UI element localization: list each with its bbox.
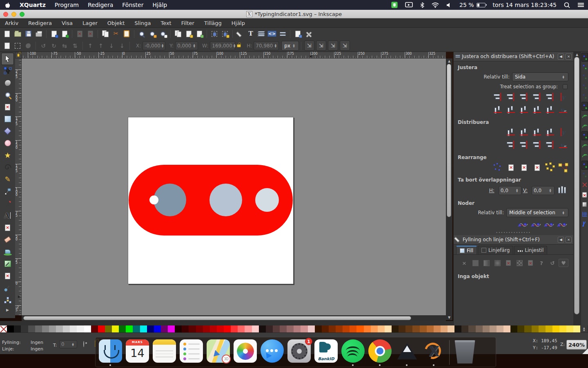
tab-linjefärg[interactable]: Linjefärg (478, 246, 513, 254)
palette-swatch[interactable] (510, 325, 517, 332)
exchange-clicked-button[interactable]: × (531, 162, 543, 173)
align-right-edges-button[interactable] (531, 92, 543, 103)
spotlight-icon[interactable] (564, 2, 570, 8)
typing-dot-1[interactable] (154, 184, 186, 216)
palette-swatch[interactable] (322, 325, 329, 332)
zoom-window-button[interactable] (20, 12, 24, 17)
undo-button[interactable]: × (75, 29, 85, 39)
fill-stroke-dialog-button[interactable] (235, 29, 245, 39)
palette-swatch[interactable] (294, 325, 301, 332)
zoom-tool[interactable] (1, 89, 14, 101)
wifi-icon[interactable] (432, 2, 439, 8)
palette-swatch[interactable] (448, 325, 454, 332)
volume-icon[interactable] (446, 2, 452, 8)
text-dialog-button[interactable]: T (246, 29, 256, 39)
palette-swatch[interactable] (552, 325, 559, 332)
palette-swatch[interactable] (63, 325, 70, 332)
dock-xquartz[interactable]: X (422, 339, 445, 363)
flip-horizontal-button[interactable]: ⇆ (60, 40, 70, 51)
star-tool[interactable]: ★ (1, 149, 14, 162)
save-document-button[interactable] (23, 29, 33, 39)
create-clone-button[interactable] (184, 29, 194, 39)
palette-swatch[interactable] (287, 325, 294, 332)
deselect-button[interactable] (23, 40, 33, 51)
tweak-tool[interactable] (1, 77, 14, 89)
layers-dialog-button[interactable] (256, 29, 267, 39)
palette-swatch[interactable] (566, 325, 573, 332)
scroll-down-arrow[interactable]: ▼ (446, 316, 452, 319)
vertical-ruler[interactable]: 2252001751501251007550250-25▶ (15, 58, 22, 315)
canvas-vscrollbar[interactable]: ▲ ▼ (446, 58, 452, 320)
box3d-tool[interactable] (1, 125, 14, 137)
scroll-up-arrow[interactable]: ▲ (446, 59, 452, 63)
snap-bbox-edges-toggle[interactable] (581, 72, 588, 81)
palette-swatch[interactable] (497, 325, 503, 332)
canvas-hscrollbar[interactable] (22, 315, 446, 321)
treat-as-group-checkbox[interactable] (563, 84, 568, 89)
unit-dropdown[interactable]: px▲▼ (281, 41, 299, 51)
palette-swatch[interactable] (189, 325, 196, 332)
horizontal-ruler[interactable]: -100-75-50-25025507510012515017520022525… (22, 52, 446, 58)
tab-fill[interactable]: Fill (456, 246, 477, 254)
palette-swatch[interactable] (490, 325, 497, 332)
palette-swatch[interactable] (175, 325, 182, 332)
linear-gradient-button[interactable] (481, 259, 491, 267)
align-nodes-vertical-button[interactable] (530, 219, 541, 230)
palette-swatch[interactable] (503, 325, 510, 332)
minimize-window-button[interactable] (11, 12, 16, 17)
palette-swatch[interactable] (147, 325, 154, 332)
transform-stroke-toggle[interactable]: ⇲ (316, 40, 326, 51)
select-all-layers-button[interactable] (13, 40, 23, 51)
distribute-nodes-vertical-button[interactable] (556, 219, 568, 230)
w-coordinate-field[interactable]: 169,000▲▼ (210, 41, 235, 50)
palette-swatch[interactable] (483, 325, 490, 332)
palette-swatch[interactable] (392, 325, 399, 332)
palette-swatch[interactable] (42, 325, 49, 332)
import-button[interactable] (49, 29, 59, 39)
palette-swatch[interactable] (210, 325, 217, 332)
node-tool[interactable] (1, 65, 14, 77)
dock-maps[interactable]: 3D (207, 339, 230, 363)
palette-swatch[interactable] (21, 325, 28, 332)
opacity-spinbox[interactable]: 0▲▼ (59, 340, 77, 348)
palette-swatch[interactable] (266, 325, 273, 332)
dock-spotify[interactable] (341, 339, 365, 363)
spiral-tool[interactable] (1, 162, 14, 174)
menu-text[interactable]: Text (156, 20, 176, 26)
dock-photos[interactable] (234, 339, 257, 363)
palette-swatch[interactable] (245, 325, 252, 332)
palette-swatch[interactable] (468, 325, 475, 332)
center-horizontal-axis-button[interactable] (518, 104, 530, 115)
close-window-button[interactable] (3, 12, 8, 17)
palette-swatch[interactable] (56, 325, 63, 332)
group-objects-button[interactable] (209, 29, 220, 39)
palette-swatch[interactable] (140, 325, 147, 332)
align-top-edges-button[interactable] (505, 104, 517, 115)
snap-page-border-toggle[interactable] (581, 200, 588, 209)
palette-swatch[interactable] (217, 325, 224, 332)
palette-swatch[interactable] (539, 325, 546, 332)
remove-overlaps-button[interactable] (556, 185, 568, 196)
palette-scroll-spinner[interactable]: ▲▼ (580, 325, 588, 332)
zoom-to-page-button[interactable] (158, 29, 168, 39)
align-right-to-left-edge-button[interactable] (492, 92, 504, 103)
raise-button[interactable]: ↑ (96, 40, 106, 51)
align-dialog-button[interactable] (278, 29, 288, 39)
menu-lager[interactable]: Lager (78, 20, 102, 26)
lock-dimensions-toggle[interactable] (237, 44, 241, 47)
snap-midpoints-toggle[interactable] (581, 151, 588, 160)
paste-button[interactable] (122, 29, 132, 39)
raise-to-top-button[interactable]: ↑ (85, 40, 96, 51)
tab-linjestil[interactable]: Linjestil (514, 246, 547, 254)
palette-swatch[interactable] (405, 325, 412, 332)
palette-swatch[interactable] (532, 325, 539, 332)
palette-swatch[interactable] (546, 325, 552, 332)
palette-swatch[interactable] (315, 325, 322, 332)
align-bottom-edges-button[interactable] (531, 104, 543, 115)
parallels-status-icon[interactable] (391, 2, 398, 8)
dock-inkscape[interactable] (395, 339, 419, 363)
distribute-gaps-v-button[interactable] (544, 139, 556, 150)
snap-paths-toggle[interactable] (581, 112, 588, 121)
dock-reminders[interactable] (180, 339, 203, 363)
snap-bbox-corners-toggle[interactable] (581, 82, 588, 91)
